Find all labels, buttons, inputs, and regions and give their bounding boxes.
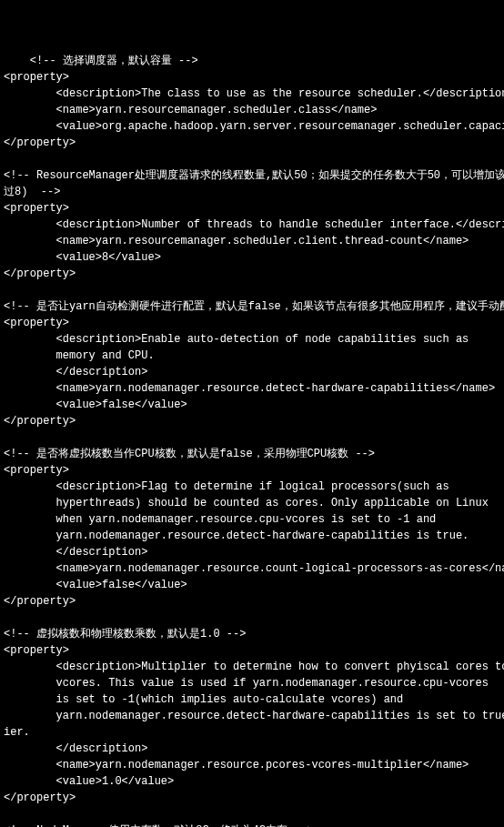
xml-config-code: <!-- 选择调度器，默认容量 --> <property> <descript… [4, 53, 500, 827]
